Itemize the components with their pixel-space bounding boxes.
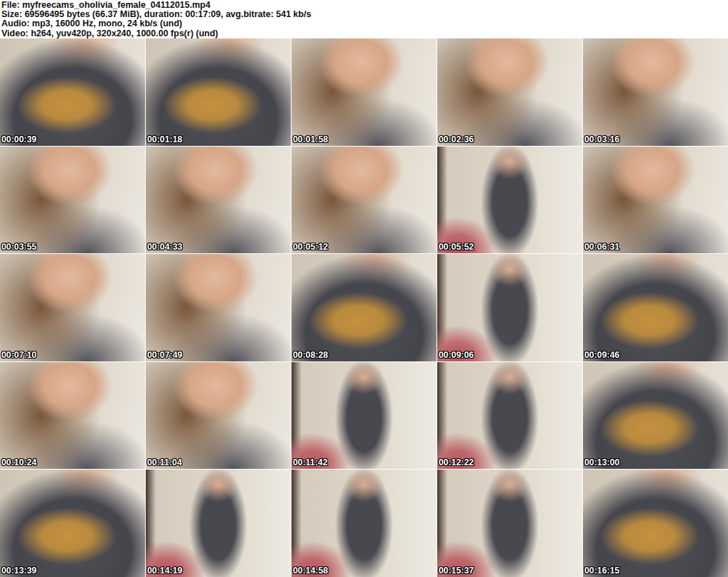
- timestamp-overlay: 00:14:58: [293, 565, 328, 576]
- timestamp-overlay: 00:11:42: [293, 457, 328, 467]
- media-info-audio: Audio: mp3, 16000 Hz, mono, 24 kb/s (und…: [1, 19, 728, 28]
- media-info-header: File: myfreecams_oholivia_female_0411201…: [0, 0, 728, 38]
- timestamp-overlay: 00:16:15: [584, 565, 619, 576]
- video-thumbnail: 00:11:04: [146, 362, 291, 470]
- video-thumbnail: 00:12:22: [437, 362, 582, 470]
- timestamp-overlay: 00:05:12: [293, 241, 328, 252]
- timestamp-overlay: 00:11:04: [147, 457, 182, 467]
- timestamp-overlay: 00:03:55: [1, 241, 36, 252]
- video-thumbnail: 00:07:49: [146, 254, 291, 361]
- video-thumbnail: 00:13:00: [583, 362, 728, 470]
- video-thumbnail: 00:02:36: [437, 38, 582, 146]
- timestamp-overlay: 00:01:18: [147, 134, 182, 144]
- timestamp-overlay: 00:14:19: [147, 565, 182, 576]
- thumbnail-grid: 00:00:39 00:01:18 00:01:58 00:02:36 00:0…: [0, 38, 728, 577]
- timestamp-overlay: 00:06:31: [584, 241, 619, 252]
- timestamp-overlay: 00:13:00: [584, 457, 619, 467]
- video-thumbnail: 00:16:15: [583, 470, 728, 577]
- video-thumbnail: 00:10:24: [0, 362, 145, 470]
- video-thumbnail: 00:04:33: [146, 147, 291, 254]
- video-thumbnail: 00:05:12: [291, 147, 437, 254]
- timestamp-overlay: 00:00:39: [1, 134, 36, 144]
- video-thumbnail: 00:06:31: [583, 147, 728, 254]
- video-thumbnail: 00:09:46: [583, 254, 728, 361]
- video-thumbnail: 00:13:39: [0, 470, 145, 577]
- video-thumbnail: 00:00:39: [0, 38, 145, 146]
- video-thumbnail: 00:08:28: [291, 254, 437, 361]
- video-thumbnail: 00:09:06: [437, 254, 582, 361]
- timestamp-overlay: 00:12:22: [439, 457, 473, 467]
- timestamp-overlay: 00:07:10: [1, 349, 36, 360]
- timestamp-overlay: 00:01:58: [293, 134, 328, 144]
- video-thumbnail: 00:14:58: [291, 470, 437, 577]
- timestamp-overlay: 00:09:06: [439, 349, 473, 360]
- video-thumbnail: 00:01:58: [291, 38, 437, 146]
- timestamp-overlay: 00:05:52: [439, 241, 473, 252]
- video-thumbnail: 00:14:19: [146, 470, 291, 577]
- contact-sheet: File: myfreecams_oholivia_female_0411201…: [0, 0, 728, 577]
- timestamp-overlay: 00:08:28: [293, 349, 328, 360]
- timestamp-overlay: 00:02:36: [439, 134, 473, 144]
- video-thumbnail: 00:05:52: [437, 147, 582, 254]
- video-thumbnail: 00:15:37: [437, 470, 582, 577]
- timestamp-overlay: 00:10:24: [1, 457, 36, 467]
- video-thumbnail: 00:03:16: [583, 38, 728, 146]
- timestamp-overlay: 00:04:33: [147, 241, 182, 252]
- video-thumbnail: 00:03:55: [0, 147, 145, 254]
- timestamp-overlay: 00:09:46: [584, 349, 619, 360]
- timestamp-overlay: 00:07:49: [147, 349, 182, 360]
- video-thumbnail: 00:11:42: [291, 362, 437, 470]
- timestamp-overlay: 00:15:37: [439, 565, 473, 576]
- timestamp-overlay: 00:03:16: [584, 134, 619, 144]
- video-thumbnail: 00:07:10: [0, 254, 145, 361]
- video-thumbnail: 00:01:18: [146, 38, 291, 146]
- timestamp-overlay: 00:13:39: [1, 565, 36, 576]
- media-info-video: Video: h264, yuv420p, 320x240, 1000.00 f…: [1, 29, 728, 38]
